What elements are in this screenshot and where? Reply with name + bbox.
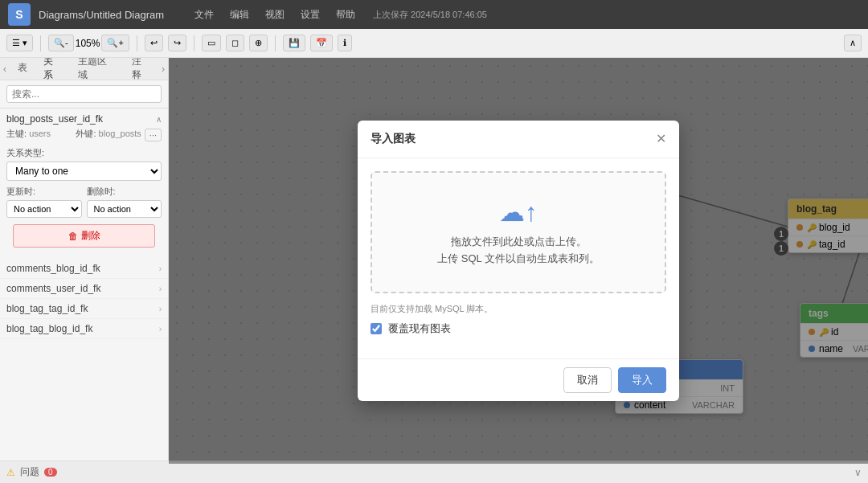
view-btn[interactable]: ◻ xyxy=(226,35,244,51)
fk-name: blog_posts_user_id_fk xyxy=(6,113,103,125)
upload-text-line2: 上传 SQL 文件以自动生成表和列。 xyxy=(396,251,641,268)
chevron-down-icon-0: › xyxy=(159,264,162,273)
modal-close-btn[interactable]: ✕ xyxy=(656,133,666,145)
fk-title-row: blog_posts_user_id_fk ∧ xyxy=(6,113,162,125)
menu-settings[interactable]: 设置 xyxy=(294,6,326,23)
import-btn[interactable]: 导入 xyxy=(618,367,666,393)
redo-btn[interactable]: ↪ xyxy=(168,35,186,51)
delete-action-col: 删除时: No action xyxy=(87,186,162,218)
more-options-btn[interactable]: ··· xyxy=(145,129,162,141)
update-action-col: 更新时: No action xyxy=(6,186,82,218)
fk-list-item-3[interactable]: blog_tag_blog_id_fk › xyxy=(0,319,168,339)
cancel-btn[interactable]: 取消 xyxy=(563,367,612,393)
undo-btn[interactable]: ↩ xyxy=(145,35,163,51)
fk-list-item-name-1: comments_user_id_fk xyxy=(6,283,100,294)
app-logo: S xyxy=(8,3,31,26)
modal-header: 导入图表 ✕ xyxy=(358,121,679,158)
bottom-expand-btn[interactable]: ∨ xyxy=(854,467,862,478)
view-toggle-btn[interactable]: ☰ ▾ xyxy=(6,35,33,51)
menu-edit[interactable]: 编辑 xyxy=(223,6,256,23)
overwrite-label: 覆盖现有图表 xyxy=(388,321,451,336)
warning-icon: ⚠ xyxy=(6,467,15,478)
fk-list-item-name-2: blog_tag_tag_id_fk xyxy=(6,303,88,314)
fk-keys-row: 主键: users 外键: blog_posts ··· xyxy=(6,128,162,142)
fk-list-item-name-3: blog_tag_blog_id_fk xyxy=(6,323,92,334)
calendar-btn[interactable]: 📅 xyxy=(310,35,333,51)
zoom-in-btn[interactable]: 🔍+ xyxy=(101,35,129,51)
title-bar: S Diagrams/Untitled Diagram 文件 编辑 视图 设置 … xyxy=(0,0,868,29)
chevron-down-icon-3: › xyxy=(159,325,162,334)
trash-icon: 🗑 xyxy=(68,231,78,242)
menu-help[interactable]: 帮助 xyxy=(330,6,362,23)
separator-4 xyxy=(275,35,276,51)
active-fk-section: blog_posts_user_id_fk ∧ 主键: users 外键: bl… xyxy=(0,108,168,259)
collapse-toolbar-btn[interactable]: ∧ xyxy=(844,35,862,51)
zoom-level: 105% xyxy=(76,38,100,49)
chevron-down-icon-1: › xyxy=(159,284,162,293)
fk-list-item-2[interactable]: blog_tag_tag_id_fk › xyxy=(0,299,168,319)
sidebar-arrow-left[interactable]: ‹ xyxy=(0,63,10,75)
update-label: 更新时: xyxy=(6,186,82,198)
upload-cloud-icon: ☁↑ xyxy=(396,197,641,227)
upload-text-line1: 拖放文件到此处或点击上传。 xyxy=(396,234,641,251)
delete-label: 删除时: xyxy=(87,186,162,198)
update-action-select[interactable]: No action xyxy=(6,200,82,218)
overwrite-checkbox[interactable] xyxy=(371,323,382,334)
modal-overlay: 导入图表 ✕ ☁↑ 拖放文件到此处或点击上传。 上传 SQL 文件以自动生成表和… xyxy=(169,58,868,464)
sidebar: ‹ 表 关系 主题区域 注释 › blog_posts_user_id_fk ∧… xyxy=(0,58,169,464)
sidebar-arrow-right[interactable]: › xyxy=(158,63,168,75)
menu-view[interactable]: 视图 xyxy=(259,6,291,23)
separator-3 xyxy=(194,35,194,51)
canvas-area[interactable]: blog_posts 🔑id INT user_id INT title VAR… xyxy=(169,58,868,464)
separator-1 xyxy=(40,35,41,51)
fk-collapse-btn[interactable]: ∧ xyxy=(156,115,162,124)
relation-type-select[interactable]: Many to one xyxy=(6,162,162,181)
issue-label: 问题 xyxy=(20,465,39,479)
modal-footer: 取消 导入 xyxy=(358,358,679,401)
info-btn[interactable]: ℹ xyxy=(338,35,352,51)
search-input[interactable] xyxy=(6,85,162,103)
chevron-down-icon-2: › xyxy=(159,305,162,313)
fk-list: comments_blog_id_fk › comments_user_id_f… xyxy=(0,259,168,339)
zoom-out-btn[interactable]: 🔍- xyxy=(48,35,74,51)
fk-list-item-1[interactable]: comments_user_id_fk › xyxy=(0,279,168,299)
import-modal: 导入图表 ✕ ☁↑ 拖放文件到此处或点击上传。 上传 SQL 文件以自动生成表和… xyxy=(358,121,679,401)
separator-2 xyxy=(137,35,137,51)
delete-action-select[interactable]: No action xyxy=(87,200,162,218)
bottom-bar: ⚠ 问题 0 ∨ xyxy=(0,460,868,483)
fk-primary-label: 主键: users xyxy=(6,128,51,140)
issue-count-badge: 0 xyxy=(44,468,57,477)
toolbar: ☰ ▾ 🔍- 105% 🔍+ ↩ ↪ ▭ ◻ ⊕ 💾 📅 ℹ ∧ xyxy=(0,29,868,58)
table-btn[interactable]: ▭ xyxy=(202,35,221,51)
fk-foreign-label: 外键: blog_posts xyxy=(76,128,141,140)
breadcrumb: Diagrams/Untitled Diagram xyxy=(39,9,164,21)
sidebar-search-container xyxy=(0,80,168,108)
modal-body: ☁↑ 拖放文件到此处或点击上传。 上传 SQL 文件以自动生成表和列。 目前仅支… xyxy=(358,158,679,358)
tab-tables[interactable]: 表 xyxy=(10,58,35,80)
main-layout: ‹ 表 关系 主题区域 注释 › blog_posts_user_id_fk ∧… xyxy=(0,58,868,464)
zoom-control: 🔍- 105% 🔍+ xyxy=(48,35,129,51)
upload-support-text: 目前仅支持加载 MySQL 脚本。 xyxy=(371,303,666,315)
fk-list-item-name-0: comments_blog_id_fk xyxy=(6,263,100,274)
relation-type-label: 关系类型: xyxy=(6,147,162,159)
fk-list-item-0[interactable]: comments_blog_id_fk › xyxy=(0,259,168,279)
save-btn[interactable]: 💾 xyxy=(283,35,305,51)
overwrite-checkbox-row: 覆盖现有图表 xyxy=(371,321,666,336)
modal-title: 导入图表 xyxy=(371,132,416,146)
action-row: 更新时: No action 删除时: No action xyxy=(6,186,162,218)
upload-zone[interactable]: ☁↑ 拖放文件到此处或点击上传。 上传 SQL 文件以自动生成表和列。 xyxy=(371,171,666,293)
menu-file[interactable]: 文件 xyxy=(188,6,220,23)
sidebar-tabs: ‹ 表 关系 主题区域 注释 › xyxy=(0,58,168,80)
add-btn[interactable]: ⊕ xyxy=(249,35,268,51)
menu-bar: 文件 编辑 视图 设置 帮助 上次保存 2024/5/18 07:46:05 xyxy=(188,6,487,23)
last-saved: 上次保存 2024/5/18 07:46:05 xyxy=(373,9,487,21)
delete-label-text: 删除 xyxy=(81,229,100,243)
delete-fk-btn[interactable]: 🗑 删除 xyxy=(13,224,155,248)
